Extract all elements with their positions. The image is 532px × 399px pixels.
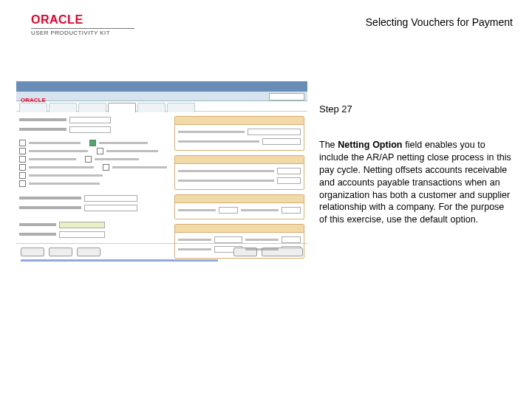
form-left-column	[16, 112, 171, 243]
field-row	[19, 194, 168, 202]
step-description: The Netting Option field enables you to …	[319, 139, 513, 226]
logo-brand: ORACLE	[31, 13, 134, 27]
field-row	[19, 126, 168, 133]
section-box	[174, 155, 304, 190]
checkbox-row	[19, 140, 168, 146]
checkbox-row	[19, 148, 168, 154]
app-header-bar	[16, 81, 307, 92]
page-title: Selecting Vouchers for Payment	[366, 16, 513, 28]
form-body	[16, 112, 307, 243]
checkbox-row	[19, 156, 168, 163]
section-header	[175, 156, 304, 164]
checkbox-row	[19, 164, 168, 171]
section-box	[174, 194, 304, 219]
field-row	[19, 116, 168, 123]
checkbox-row	[19, 180, 168, 187]
breadcrumb-path	[21, 259, 218, 262]
section-header	[175, 195, 304, 203]
field-row	[19, 231, 168, 238]
field-row	[19, 204, 168, 211]
tab-strip	[16, 101, 307, 112]
section-header	[175, 225, 304, 233]
section-header	[175, 117, 304, 125]
footer-button	[21, 248, 44, 256]
desc-pre: The	[319, 140, 338, 150]
section-box	[174, 116, 304, 151]
step-label: Step 27	[319, 103, 352, 115]
form-right-column	[171, 112, 307, 243]
logo-subtext: USER PRODUCTIVITY KIT	[31, 28, 134, 36]
embedded-screenshot: ORACLE	[16, 81, 307, 273]
footer-button	[49, 248, 72, 256]
app-logo: ORACLE	[21, 97, 46, 103]
app-nav-bar: ORACLE	[16, 92, 307, 101]
field-row	[19, 221, 168, 228]
desc-post: field enables you to include the AR/AP n…	[319, 140, 511, 225]
desc-bold: Netting Option	[338, 140, 402, 150]
oracle-upk-logo: ORACLE USER PRODUCTIVITY KIT	[31, 13, 134, 36]
footer-button	[77, 248, 100, 256]
checkbox-row	[19, 172, 168, 179]
